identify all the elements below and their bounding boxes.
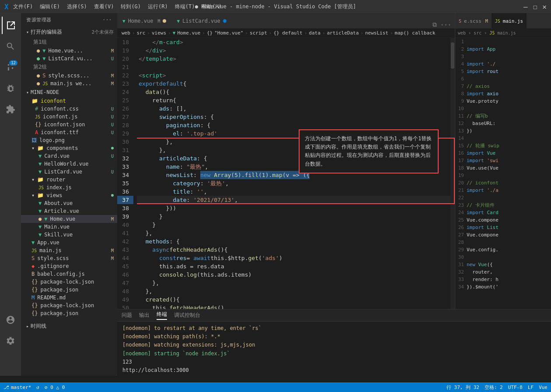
bc-homevue[interactable]: Home.vue [177,30,200,36]
scrollbar-thumb[interactable] [451,42,454,69]
source-control-icon[interactable]: 12 [2,59,19,76]
file-article-vue[interactable]: ▼ Article.vue [21,207,117,215]
file-name6: iconfont.js [43,114,77,120]
bc-views[interactable]: views [152,30,166,36]
menu-select[interactable]: 选择(S) [67,3,87,10]
bc-map-callback[interactable]: map() callback [395,30,436,36]
menu-edit[interactable]: 编辑(E) [40,3,60,10]
status-encoding[interactable]: UTF-8 [508,385,523,390]
bc-homevue2[interactable]: "Home.vue" [214,30,243,36]
extensions-icon[interactable] [2,101,19,118]
title-bar-menu[interactable]: 文件(F) 编辑(E) 选择(S) 查看(V) 转到(G) 运行(R) 终端(T… [13,3,222,10]
code-line-28: pagination: { [137,121,455,129]
file-package-lock-json1[interactable]: {} package-lock.json [21,278,117,286]
file-helloworld[interactable]: ▼ HelloWorld.vue [21,160,117,168]
debug-icon[interactable] [2,80,19,97]
menu-run[interactable]: 运行(R) [148,3,168,10]
status-line-col[interactable]: 行 37, 列 32 [446,384,479,391]
tab-problems[interactable]: 问题 [122,312,132,319]
file-main-vue[interactable]: ▼ Main.vue [21,223,117,231]
file-iconfont-ttf[interactable]: A iconfont.ttf U [21,128,117,136]
more-tabs-icon[interactable]: ··· [440,21,451,28]
file-iconfont-json[interactable]: {} iconfont.json U [21,121,117,128]
file-package-lock-json2[interactable]: {} package-lock.json [21,302,117,309]
menu-goto[interactable]: 转到(G) [121,3,141,10]
split-editor-icon[interactable]: ⧉ [432,21,437,28]
file-package-json1[interactable]: {} package.json [21,286,117,294]
search-icon[interactable] [2,38,19,55]
open-file-mainjs[interactable]: ● JS main.js we... M [21,80,117,87]
status-line-ending[interactable]: LF [528,385,534,390]
file-babel-config[interactable]: B babel.config.js [21,270,117,278]
file-about-vue[interactable]: ▼ About.vue [21,199,117,207]
open-file-listcard[interactable]: ● ▼ ListCard.vu... U [21,55,117,62]
right-tab-scss[interactable]: S e.scss M [455,13,492,28]
bc-data[interactable]: data [309,30,321,36]
open-file-homevue[interactable]: ● ▼ Home.vue... M [21,47,117,55]
file-name20: main.js [39,247,62,253]
file-index-js[interactable]: JS index.js [21,184,117,191]
file-iconfont-js[interactable]: JS iconfont.js U [21,113,117,121]
vue-icon3: ▼ [38,153,42,159]
code-line-40: } [137,221,455,229]
file-gitignore[interactable]: ◆ .gitignore [21,262,117,270]
title-bar-controls[interactable]: — ☐ ✕ [523,3,547,11]
file-app-vue[interactable]: ▼ App.vue [21,239,117,246]
file-iconfont-css[interactable]: # iconfont.css U [21,105,117,113]
file-listcard-vue[interactable]: ▼ ListCard.vue U [21,168,117,176]
account-icon[interactable] [2,311,19,329]
file-card-vue[interactable]: ▼ Card.vue U [21,152,117,160]
scss-tab-name: e.scss [464,18,481,24]
minimize-button[interactable]: — [523,3,528,11]
bc-web[interactable]: web [122,30,130,36]
close-button[interactable]: ✕ [542,3,547,11]
settings-icon[interactable] [2,332,19,350]
bc-script[interactable]: script [250,30,267,36]
menu-file[interactable]: 文件(F) [13,3,33,10]
right-tab-mainjs[interactable]: JS main.js [492,13,527,28]
bc-newslist[interactable]: newsList [365,30,388,36]
menu-view[interactable]: 查看(V) [94,3,114,10]
right-line-5: 5import rout [455,68,551,75]
mine-node-section[interactable]: ▾ MINE-NODE [21,87,117,97]
timeline-section[interactable]: ▸ 时间线 [21,321,117,332]
bc-articledata[interactable]: articleData [327,30,359,36]
components-folder[interactable]: ▾ 📁 components [21,144,117,152]
bc-default[interactable]: {} default [273,30,302,36]
sync-icon[interactable]: ↺ [36,385,39,390]
file-name26: README.md [37,295,66,301]
file-readme[interactable]: M README.md [21,294,117,302]
iconfont-folder[interactable]: 📁 iconfont [21,97,117,105]
file-skill-vue[interactable]: ▼ Skill.vue [21,231,117,239]
file-logo[interactable]: 🖼 logo.png [21,136,117,144]
tab-terminal[interactable]: 终端 [157,311,167,320]
code-line-39: } [137,212,455,221]
right-panel: S e.scss M JS main.js web › src › JS mai… [455,13,551,310]
tab-debug-console[interactable]: 调试控制台 [174,312,200,319]
open-file-scss[interactable]: ● S style.scss... M [21,72,117,80]
maximize-button[interactable]: ☐ [533,3,537,11]
errors-count[interactable]: ⊘ 0 △ 0 [45,385,65,390]
file-package-json2[interactable]: {} package.json [21,309,117,317]
sidebar-menu-icon[interactable]: ··· [102,17,112,23]
tab-listcard[interactable]: ▼ ListCard.vue [171,13,231,28]
status-spaces[interactable]: 空格: 2 [485,384,503,391]
editor-scrollbar[interactable] [450,38,455,309]
tab-homevue[interactable]: ▼ Home.vue M [117,13,171,28]
code-line-21 [137,63,455,71]
explorer-icon[interactable] [2,17,19,34]
bc-src[interactable]: src [137,30,146,36]
file-home-vue-active[interactable]: ● ▼ Home.vue M [21,215,117,223]
router-folder[interactable]: ▾ 📁 router [21,176,117,184]
file-style-scss[interactable]: S style.scss M [21,254,117,262]
status-language[interactable]: Vue [539,385,548,390]
explorer-title: 资源管理器 [26,17,52,23]
menu-terminal[interactable]: 终端(T) [175,3,195,10]
code-area[interactable]: </m-card> </div> </template> <script> ex… [137,38,455,309]
open-editors-section[interactable]: ▾ 打开的编辑器 2个未保存 [21,27,117,38]
views-folder[interactable]: ▾ 📁 views [21,191,117,199]
status-git[interactable]: ⎇ master* [3,385,31,390]
file-main-js[interactable]: JS main.js M [21,246,117,254]
group2-label: 第2组 [21,62,117,72]
tab-output[interactable]: 输出 [139,312,150,319]
